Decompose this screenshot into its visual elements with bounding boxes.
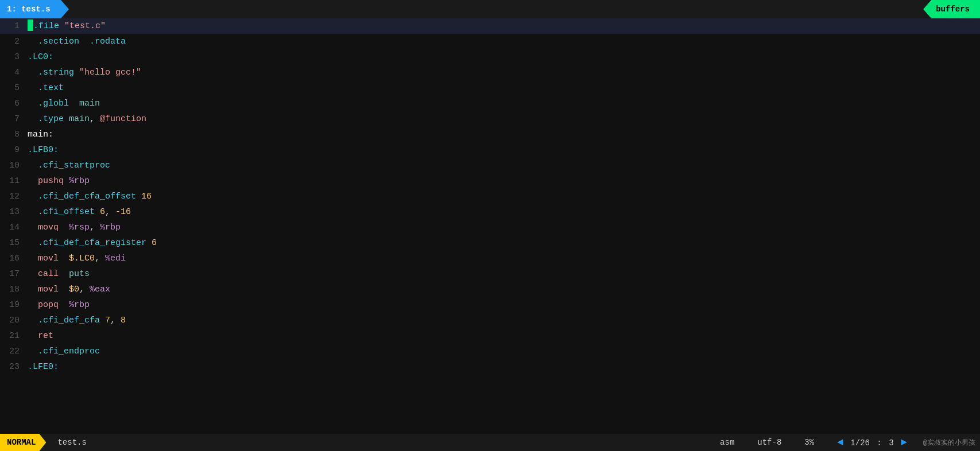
code-line: 17 call puts bbox=[0, 266, 980, 282]
code-line: 8main: bbox=[0, 127, 980, 142]
line-content: .cfi_def_cfa_offset 16 bbox=[28, 189, 980, 204]
percent-label: 3% bbox=[793, 438, 826, 447]
code-line: 3.LC0: bbox=[0, 49, 980, 65]
line-content: .cfi_startproc bbox=[28, 158, 980, 173]
app: 1: test.s buffers 1.file "test.c"2 .sect… bbox=[0, 0, 980, 451]
tab-label: 1: test.s bbox=[7, 5, 51, 14]
code-line: 22 .cfi_endproc bbox=[0, 344, 980, 359]
filetype-label: asm bbox=[708, 438, 746, 447]
line-number: 6 bbox=[0, 96, 28, 111]
line-number: 20 bbox=[0, 313, 28, 328]
col-value: 3 bbox=[889, 438, 893, 448]
code-line: 18 movl $0, %eax bbox=[0, 282, 980, 297]
line-content: pushq %rbp bbox=[28, 173, 980, 189]
line-content: .cfi_offset 6, -16 bbox=[28, 204, 980, 220]
line-number: 8 bbox=[0, 127, 28, 142]
code-line: 16 movl $.LC0, %edi bbox=[0, 251, 980, 266]
code-line: 19 popq %rbp bbox=[0, 297, 980, 313]
code-line: 14 movq %rsp, %rbp bbox=[0, 220, 980, 235]
editor: 1.file "test.c"2 .section .rodata3.LC0:4… bbox=[0, 18, 980, 434]
col-separator: : bbox=[874, 438, 889, 448]
position-label: ◄ 1/26 : 3 ► bbox=[826, 437, 919, 448]
right-arrow-icon: ► bbox=[898, 437, 907, 448]
line-number: 2 bbox=[0, 34, 28, 49]
line-number: 16 bbox=[0, 251, 28, 266]
line-number: 7 bbox=[0, 111, 28, 127]
line-number: 11 bbox=[0, 173, 28, 189]
line-number: 9 bbox=[0, 142, 28, 158]
line-content: ret bbox=[28, 328, 980, 344]
line-content: .LFE0: bbox=[28, 359, 980, 375]
line-number: 1 bbox=[0, 18, 28, 34]
code-line: 4 .string "hello gcc!" bbox=[0, 65, 980, 80]
line-content: .file "test.c" bbox=[28, 18, 980, 34]
encoding-label: utf-8 bbox=[746, 438, 793, 447]
code-line: 2 .section .rodata bbox=[0, 34, 980, 49]
code-line: 12 .cfi_def_cfa_offset 16 bbox=[0, 189, 980, 204]
line-content: .LC0: bbox=[28, 49, 980, 65]
active-tab[interactable]: 1: test.s bbox=[0, 0, 69, 18]
code-line: 9.LFB0: bbox=[0, 142, 980, 158]
buffers-button[interactable]: buffers bbox=[923, 0, 980, 18]
line-content: movl $.LC0, %edi bbox=[28, 251, 980, 266]
line-content: .LFB0: bbox=[28, 142, 980, 158]
line-number: 10 bbox=[0, 158, 28, 173]
status-right: asm utf-8 3% ◄ 1/26 : 3 ► @实叔实的小男孩 bbox=[708, 434, 980, 451]
line-number: 17 bbox=[0, 266, 28, 282]
code-line: 6 .globl main bbox=[0, 96, 980, 111]
watermark: @实叔实的小男孩 bbox=[919, 438, 980, 448]
line-content: .cfi_endproc bbox=[28, 344, 980, 359]
line-content: .globl main bbox=[28, 96, 980, 111]
line-number: 4 bbox=[0, 65, 28, 80]
line-number: 15 bbox=[0, 235, 28, 251]
position-value: 1/26 bbox=[850, 438, 870, 448]
line-number: 18 bbox=[0, 282, 28, 297]
line-content: main: bbox=[28, 127, 980, 142]
line-number: 13 bbox=[0, 204, 28, 220]
code-line: 13 .cfi_offset 6, -16 bbox=[0, 204, 980, 220]
line-number: 23 bbox=[0, 359, 28, 375]
line-number: 21 bbox=[0, 328, 28, 344]
status-filename: test.s bbox=[46, 438, 98, 447]
tab-bar: 1: test.s buffers bbox=[0, 0, 980, 18]
code-line: 1.file "test.c" bbox=[0, 18, 980, 34]
line-content: .type main, @function bbox=[28, 111, 980, 127]
line-number: 12 bbox=[0, 189, 28, 204]
code-line: 7 .type main, @function bbox=[0, 111, 980, 127]
line-number: 14 bbox=[0, 220, 28, 235]
line-number: 22 bbox=[0, 344, 28, 359]
code-line: 5 .text bbox=[0, 80, 980, 96]
line-content: .string "hello gcc!" bbox=[28, 65, 980, 80]
code-line: 10 .cfi_startproc bbox=[0, 158, 980, 173]
status-bar: NORMAL test.s asm utf-8 3% ◄ 1/26 : 3 ► … bbox=[0, 434, 980, 451]
line-content: .text bbox=[28, 80, 980, 96]
left-arrow-icon: ◄ bbox=[837, 437, 846, 448]
code-line: 11 pushq %rbp bbox=[0, 173, 980, 189]
line-number: 3 bbox=[0, 49, 28, 65]
code-area[interactable]: 1.file "test.c"2 .section .rodata3.LC0:4… bbox=[0, 18, 980, 434]
line-content: .section .rodata bbox=[28, 34, 980, 49]
line-content: popq %rbp bbox=[28, 297, 980, 313]
status-left: NORMAL test.s bbox=[0, 434, 98, 451]
code-line: 15 .cfi_def_cfa_register 6 bbox=[0, 235, 980, 251]
code-line: 21 ret bbox=[0, 328, 980, 344]
code-line: 23.LFE0: bbox=[0, 359, 980, 375]
line-content: call puts bbox=[28, 266, 980, 282]
mode-badge: NORMAL bbox=[0, 434, 46, 451]
line-number: 19 bbox=[0, 297, 28, 313]
line-content: .cfi_def_cfa 7, 8 bbox=[28, 313, 980, 328]
line-content: movq %rsp, %rbp bbox=[28, 220, 980, 235]
line-number: 5 bbox=[0, 80, 28, 96]
code-line: 20 .cfi_def_cfa 7, 8 bbox=[0, 313, 980, 328]
tab-left: 1: test.s bbox=[0, 0, 69, 18]
mode-label: NORMAL bbox=[7, 438, 36, 447]
line-content: movl $0, %eax bbox=[28, 282, 980, 297]
line-content: .cfi_def_cfa_register 6 bbox=[28, 235, 980, 251]
